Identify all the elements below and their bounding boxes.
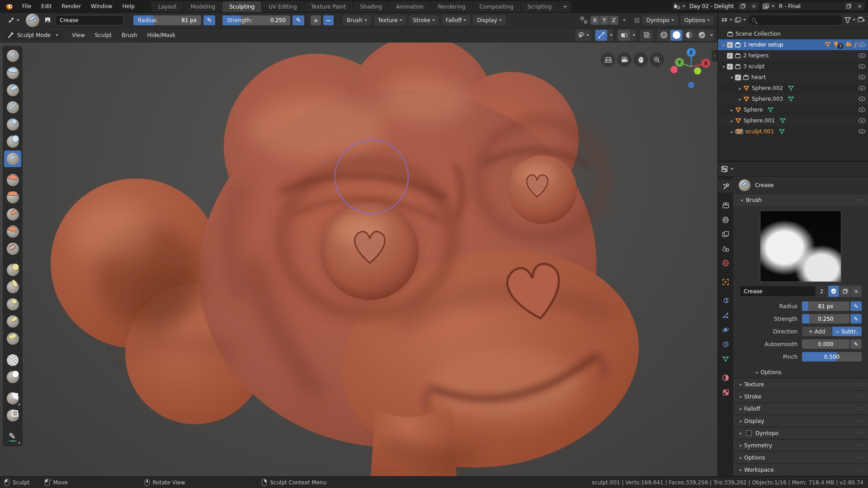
outliner-search-input[interactable]: [759, 17, 839, 23]
tool-snake-hook-button[interactable]: [4, 279, 21, 296]
outliner-filter-button[interactable]: [844, 17, 855, 23]
scene-name[interactable]: Day 02 - Delight: [686, 3, 737, 9]
hide-viewport-eye-icon[interactable]: [859, 97, 865, 101]
tool-rotate-button[interactable]: [4, 330, 21, 347]
outliner-row-sphere-003[interactable]: ▸Sphere.003: [718, 94, 868, 104]
overlays-toggle[interactable]: [618, 30, 630, 41]
camera-view-button[interactable]: [617, 52, 632, 67]
mirror-y-toggle[interactable]: Y: [600, 16, 609, 25]
direction-subtract-button[interactable]: − Subtr..: [832, 327, 862, 336]
collection-checkbox[interactable]: ✓: [727, 64, 733, 70]
tab-rendering[interactable]: Rendering: [431, 1, 472, 12]
menu-file[interactable]: File: [17, 0, 36, 12]
field-slider-autosmooth[interactable]: 0.000: [802, 339, 849, 349]
popover-stroke[interactable]: Stroke: [409, 15, 439, 25]
view-layer-name[interactable]: R - Final: [775, 3, 843, 9]
pressure-toggle-radius[interactable]: ✎: [850, 301, 862, 311]
pan-view-button[interactable]: [633, 52, 648, 67]
shading-wireframe-button[interactable]: [658, 30, 670, 41]
tab-compositing[interactable]: Compositing: [472, 1, 520, 12]
mirror-z-toggle[interactable]: Z: [609, 16, 618, 25]
collection-checkbox[interactable]: ✓: [735, 75, 741, 80]
section-display[interactable]: ▸Display∷∷: [733, 414, 868, 427]
shading-chevron[interactable]: [710, 34, 713, 36]
properties-tab-scene[interactable]: [718, 242, 733, 255]
section-drag-dots[interactable]: ∷∷: [857, 455, 863, 460]
overlays-chevron[interactable]: [632, 34, 635, 36]
tool-flatten-button[interactable]: [4, 189, 21, 206]
strength-pressure-toggle[interactable]: ✎: [292, 15, 304, 25]
mode-selector[interactable]: Sculpt Mode: [4, 30, 62, 40]
viewport-menu-brush[interactable]: Brush: [117, 32, 142, 38]
section-drag-dots[interactable]: ∷∷: [857, 394, 863, 399]
viewport-menu-view[interactable]: View: [67, 32, 90, 38]
outliner-item-label[interactable]: heart: [751, 74, 766, 80]
outliner-item-label[interactable]: Sphere: [744, 107, 763, 113]
tool-simplify-button[interactable]: [4, 352, 21, 368]
tool-blob-button[interactable]: [4, 133, 21, 150]
view-layer-icon[interactable]: [762, 2, 775, 10]
section-symmetry[interactable]: ▸Symmetry∷∷: [733, 439, 868, 451]
collection-checkbox[interactable]: ✓: [727, 42, 733, 48]
field-slider-strength[interactable]: 0.250: [802, 314, 849, 324]
expander-icon[interactable]: ▸: [729, 129, 735, 134]
section-drag-dots[interactable]: ∷∷: [857, 406, 863, 411]
scene-copy-button[interactable]: [737, 2, 748, 10]
pressure-toggle-strength[interactable]: ✎: [850, 314, 862, 324]
zoom-view-button[interactable]: [650, 52, 664, 67]
shading-rendered-button[interactable]: [696, 30, 708, 41]
radius-pressure-toggle[interactable]: ✎: [203, 15, 215, 25]
properties-tab-texture[interactable]: [718, 385, 733, 399]
tab-texture-paint[interactable]: Texture Paint: [304, 1, 353, 12]
tool-clay-button[interactable]: [4, 65, 21, 81]
section-drag-dots[interactable]: ∷∷: [857, 467, 863, 472]
expander-icon[interactable]: ▸: [721, 42, 727, 47]
field-slider-pinch[interactable]: 0.500: [802, 352, 862, 361]
outliner-item-label[interactable]: 1 render setup: [743, 42, 783, 48]
tool-thumb-button[interactable]: [4, 296, 21, 313]
tab-animation[interactable]: Animation: [389, 1, 431, 12]
view-layer-copy-button[interactable]: [843, 2, 854, 10]
tool-smooth-button[interactable]: [4, 172, 21, 188]
add-workspace-button[interactable]: +: [559, 1, 572, 12]
hide-viewport-eye-icon[interactable]: [859, 53, 865, 58]
direction-add-button[interactable]: + Add: [802, 327, 832, 336]
outliner-item-label[interactable]: Scene Collection: [736, 31, 781, 37]
outliner-row-1-render-setup[interactable]: ▸✓1 render setup9ʃ: [718, 39, 868, 50]
dyntopo-popover[interactable]: Dyntopo: [642, 15, 678, 25]
outliner-item-label[interactable]: Sphere.003: [752, 96, 783, 102]
outliner-item-label[interactable]: sculpt.001: [745, 128, 774, 135]
properties-editor-type-button[interactable]: [721, 166, 733, 172]
pressure-toggle-autosmooth[interactable]: ✎: [850, 339, 862, 349]
direction-subtract-toggle[interactable]: −: [323, 15, 334, 25]
hide-viewport-eye-icon[interactable]: [859, 108, 865, 112]
tab-modeling[interactable]: Modeling: [184, 1, 223, 12]
shading-solid-button[interactable]: [670, 30, 682, 41]
tab-sculpting[interactable]: Sculpting: [222, 1, 262, 12]
gizmo-x-neg[interactable]: [670, 66, 678, 73]
outliner-item-label[interactable]: Sphere.002: [752, 85, 783, 91]
gizmo-z-neg[interactable]: [688, 82, 694, 88]
tool-draw-button[interactable]: [4, 47, 21, 64]
tool-inflate-button[interactable]: [4, 116, 21, 133]
viewport-3d[interactable]: ✎: [0, 42, 717, 476]
panel-drag-dots[interactable]: ∷∷: [857, 198, 863, 203]
properties-tab-particles[interactable]: [718, 309, 733, 322]
outliner-search[interactable]: [748, 15, 842, 25]
brush-user-count[interactable]: 2: [816, 286, 828, 297]
menu-edit[interactable]: Edit: [36, 0, 57, 12]
navigation-gizmo[interactable]: Z Y X: [670, 46, 713, 89]
section-stroke[interactable]: ▸Stroke∷∷: [733, 390, 868, 402]
properties-tab-constraints[interactable]: [718, 338, 733, 351]
properties-tab-render[interactable]: [718, 198, 733, 212]
outliner-item-label[interactable]: Sphere.001: [744, 117, 775, 124]
outliner-row-sphere[interactable]: ▸Sphere: [718, 104, 868, 115]
dyntopo-checkbox[interactable]: [746, 430, 752, 436]
hide-viewport-eye-icon[interactable]: [859, 64, 865, 69]
properties-tab-view-layer[interactable]: [718, 227, 733, 241]
expander-icon[interactable]: ▸: [729, 108, 735, 113]
selectability-dropdown[interactable]: [576, 30, 590, 41]
view-layer-remove-button[interactable]: ×: [854, 2, 865, 10]
hide-viewport-eye-icon[interactable]: [859, 86, 865, 90]
properties-tab-object-data[interactable]: [718, 352, 733, 366]
